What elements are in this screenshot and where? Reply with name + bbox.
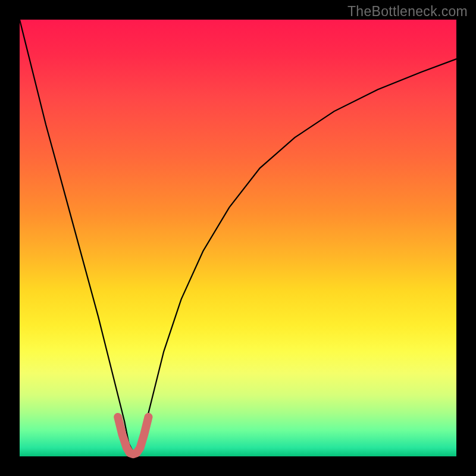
chart-frame: TheBottleneck.com [0, 0, 476, 476]
plot-area [20, 20, 456, 456]
watermark-text: TheBottleneck.com [347, 4, 468, 20]
bottleneck-curve [20, 20, 456, 452]
curve-layer [20, 20, 456, 456]
sweet-spot-marker [118, 417, 148, 454]
